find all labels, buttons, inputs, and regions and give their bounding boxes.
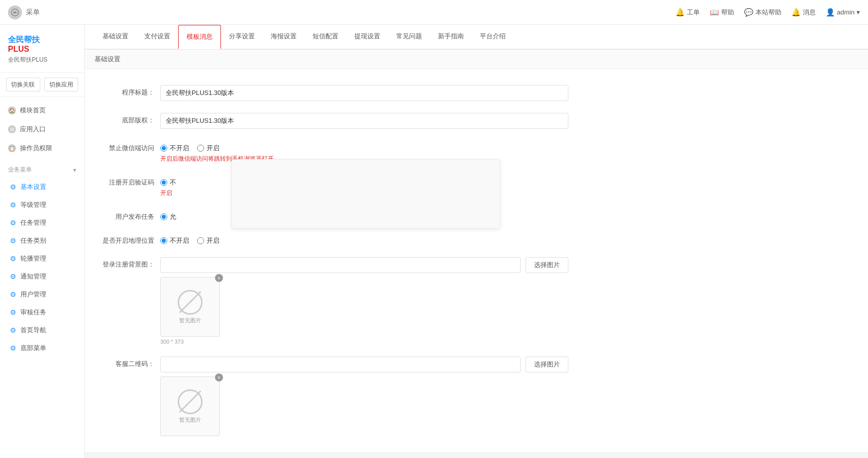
no-image-icon-qr — [178, 389, 203, 414]
tab-share-settings[interactable]: 分享设置 — [221, 25, 263, 49]
sidebar-item-operator-permission[interactable]: 📋 操作员权限 — [0, 139, 84, 158]
submenu-item-notification[interactable]: ⚙ 通知管理 — [0, 268, 84, 285]
top-nav-logo: 采单 — [8, 5, 40, 19]
tabs-bar: 基础设置 支付设置 模板消息 分享设置 海报设置 短信配置 提现设置 常见问题 … — [85, 25, 868, 49]
section-header: 基础设置 — [85, 49, 868, 69]
login-bg-close-button[interactable]: × — [215, 274, 223, 282]
help-icon: 📖 — [710, 8, 719, 17]
geo-location-control: 不开启 开启 — [160, 233, 568, 245]
work-order-nav[interactable]: 🔔 工单 — [675, 8, 700, 17]
disable-wechat-option-no[interactable]: 不开启 — [160, 144, 189, 153]
gear-icon-basic: ⚙ — [10, 183, 16, 191]
sidebar-actions: 切换关联 切换应用 — [0, 73, 84, 97]
tab-template-message[interactable]: 模板消息 — [178, 25, 221, 49]
submenu-item-level-management[interactable]: ⚙ 等级管理 — [0, 196, 84, 214]
submenu-item-review-task[interactable]: ⚙ 审核任务 — [0, 303, 84, 321]
site-help-icon: 💬 — [744, 8, 754, 17]
customer-qr-upload-area: 选择图片 — [160, 357, 568, 372]
customer-qr-select-button[interactable]: 选择图片 — [526, 357, 568, 372]
work-order-label: 工单 — [687, 8, 700, 17]
app-entry-label: 应用入口 — [20, 125, 46, 134]
register-captcha-option-no[interactable]: 不 — [160, 178, 176, 187]
submenu-item-task-management[interactable]: ⚙ 任务管理 — [0, 214, 84, 232]
site-help-nav[interactable]: 💬 本站帮助 — [744, 8, 781, 17]
form-container: 程序标题： 底部版权： 禁止微信端访问 — [85, 69, 868, 452]
submenu-item-user-management[interactable]: ⚙ 用户管理 — [0, 285, 84, 303]
disable-wechat-no-label: 不开启 — [170, 144, 189, 153]
home-icon: 🏠 — [8, 106, 16, 114]
sidebar-item-app-entry[interactable]: ⚙ 应用入口 — [0, 120, 84, 139]
submenu-item-bottom-menu[interactable]: ⚙ 底部菜单 — [0, 339, 84, 357]
switch-app-button[interactable]: 切换应用 — [44, 78, 79, 92]
message-nav[interactable]: 🔔 消息 — [791, 8, 816, 17]
geo-location-radio-yes[interactable] — [197, 237, 204, 244]
user-publish-option-allow[interactable]: 允 — [160, 212, 176, 221]
tab-basic-settings[interactable]: 基础设置 — [95, 25, 136, 49]
business-menu-label: 业务菜单 — [8, 166, 32, 174]
bottom-copyright-input[interactable] — [160, 113, 568, 129]
home-navigation-label: 首页导航 — [20, 326, 46, 335]
help-nav[interactable]: 📖 帮助 — [710, 8, 734, 17]
help-label: 帮助 — [721, 8, 734, 17]
customer-qr-close-button[interactable]: × — [215, 373, 223, 381]
disable-wechat-radio-yes[interactable] — [197, 145, 204, 152]
customer-qr-preview-container: 暂无图片 × — [160, 376, 220, 436]
disable-wechat-option-yes[interactable]: 开启 — [197, 144, 219, 153]
logo-text: 采单 — [26, 8, 40, 17]
tab-poster-settings[interactable]: 海报设置 — [263, 25, 305, 49]
admin-label: admin — [837, 8, 855, 16]
submenu-item-home-navigation[interactable]: ⚙ 首页导航 — [0, 321, 84, 339]
user-publish-radio-allow[interactable] — [160, 213, 167, 220]
top-navigation: 采单 🔔 工单 📖 帮助 💬 本站帮助 🔔 消息 👤 admin ▾ — [0, 0, 868, 25]
disable-wechat-label: 禁止微信端访问 — [95, 141, 154, 153]
geo-location-radio-no[interactable] — [160, 237, 167, 244]
program-title-input[interactable] — [160, 85, 568, 101]
submenu-item-carousel[interactable]: ⚙ 轮播管理 — [0, 250, 84, 268]
submenu-item-basic-settings[interactable]: ⚙ 基本设置 — [0, 178, 84, 196]
admin-user-icon: 👤 — [826, 8, 835, 17]
gear-icon-category: ⚙ — [10, 237, 16, 245]
permission-icon: 📋 — [8, 144, 16, 152]
customer-qr-input[interactable] — [160, 357, 521, 372]
login-bg-size-hint: 300 * 373 — [160, 339, 568, 345]
register-captcha-radio-no[interactable] — [160, 179, 167, 186]
sidebar-full-name: 全民帮扶PLUS — [8, 56, 76, 64]
logo-icon — [8, 5, 22, 19]
geo-location-no-label: 不开启 — [170, 236, 189, 245]
disable-wechat-radio-no[interactable] — [160, 145, 167, 152]
admin-nav[interactable]: 👤 admin ▾ — [826, 8, 860, 17]
switch-related-button[interactable]: 切换关联 — [6, 78, 40, 92]
business-menu-header[interactable]: 业务菜单 ▾ — [0, 162, 84, 178]
submenu-item-task-category[interactable]: ⚙ 任务类别 — [0, 232, 84, 250]
bottom-copyright-label: 底部版权： — [95, 113, 154, 125]
login-bg-input[interactable] — [160, 257, 521, 273]
sidebar: 全民帮扶 PLUS 全民帮扶PLUS 切换关联 切换应用 🏠 模块首页 ⚙ 应用… — [0, 25, 85, 458]
tab-payment-settings[interactable]: 支付设置 — [136, 25, 178, 49]
login-bg-upload-area: 选择图片 — [160, 257, 568, 273]
tab-sms-settings[interactable]: 短信配置 — [305, 25, 346, 49]
gear-icon-level: ⚙ — [10, 201, 16, 209]
notification-management-label: 通知管理 — [20, 272, 46, 281]
top-menu: 🏠 模块首页 ⚙ 应用入口 📋 操作员权限 — [0, 97, 84, 162]
login-bg-select-button[interactable]: 选择图片 — [526, 257, 568, 273]
geo-location-option-no[interactable]: 不开启 — [160, 236, 189, 245]
module-home-label: 模块首页 — [20, 106, 46, 115]
tab-withdraw-settings[interactable]: 提现设置 — [346, 25, 388, 49]
basic-settings-label: 基本设置 — [20, 183, 46, 191]
sidebar-brand: 全民帮扶 PLUS 全民帮扶PLUS — [0, 25, 84, 73]
register-captcha-label: 注册开启验证码 — [95, 175, 154, 187]
tab-beginner-guide[interactable]: 新手指南 — [430, 25, 472, 49]
content-area: 基础设置 程序标题： 底部版权： 禁 — [85, 49, 868, 452]
sidebar-item-module-home[interactable]: 🏠 模块首页 — [0, 101, 84, 120]
geo-location-option-yes[interactable]: 开启 — [197, 236, 219, 245]
user-management-label: 用户管理 — [20, 290, 46, 299]
form-row-geo-location: 是否开启地理位置 不开启 开启 — [85, 227, 868, 251]
no-image-text-qr: 暂无图片 — [179, 416, 201, 424]
login-bg-preview-container: 暂无图片 × — [160, 277, 220, 337]
brand-name: 全民帮扶 PLUS — [8, 35, 76, 54]
tab-faq[interactable]: 常见问题 — [388, 25, 430, 49]
top-nav-right: 🔔 工单 📖 帮助 💬 本站帮助 🔔 消息 👤 admin ▾ — [675, 8, 860, 17]
disable-wechat-yes-label: 开启 — [207, 144, 219, 153]
register-captcha-no-label: 不 — [170, 178, 176, 187]
tab-platform-intro[interactable]: 平台介绍 — [472, 25, 514, 49]
